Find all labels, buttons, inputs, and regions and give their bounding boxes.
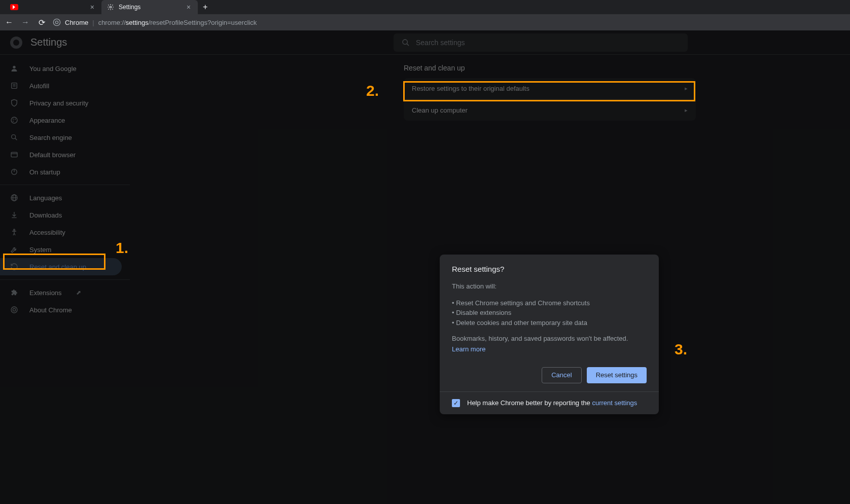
url-text: chrome://settings/resetProfileSettings?o… <box>98 19 257 26</box>
chevron-right-icon: ▸ <box>685 85 688 92</box>
wrench-icon <box>10 245 19 254</box>
sidebar-item-label: Downloads <box>29 211 62 219</box>
dialog-subtitle: This action will: <box>452 281 647 292</box>
cleanup-computer-row[interactable]: Clean up computer ▸ <box>404 99 696 121</box>
current-settings-link[interactable]: current settings <box>592 399 637 407</box>
chrome-icon <box>53 18 61 26</box>
sidebar-item-on-startup[interactable]: On startup <box>0 163 122 181</box>
sidebar-item-you-and-google[interactable]: You and Google <box>0 60 122 77</box>
download-icon <box>10 211 19 219</box>
sidebar-item-label: Extensions <box>29 289 62 297</box>
dialog-bullet: • Disable extensions <box>452 308 647 318</box>
access-icon <box>10 228 19 236</box>
sidebar-item-privacy-and-security[interactable]: Privacy and security <box>0 94 122 112</box>
sidebar-item-label: Default browser <box>29 151 76 159</box>
svg-point-3 <box>403 40 407 44</box>
cancel-button[interactable]: Cancel <box>542 367 581 383</box>
restore-icon <box>10 263 19 271</box>
sidebar-item-label: Languages <box>29 194 62 202</box>
annotation-2: 2. <box>366 82 379 99</box>
close-icon[interactable]: × <box>88 3 96 11</box>
sidebar-item-label: You and Google <box>29 65 77 73</box>
restore-defaults-row[interactable]: Restore settings to their original defau… <box>404 78 696 99</box>
sidebar-item-extensions[interactable]: Extensions⬈ <box>0 284 122 301</box>
puzzle-icon <box>10 289 19 297</box>
sidebar-item-system[interactable]: System <box>0 241 122 258</box>
report-checkbox[interactable]: ✓ <box>452 399 460 407</box>
dialog-title: Reset settings? <box>452 265 647 273</box>
annotation-3: 3. <box>675 341 687 358</box>
svg-line-4 <box>407 44 409 46</box>
reload-button[interactable]: ⟳ <box>37 18 47 27</box>
svg-point-5 <box>13 66 15 68</box>
forward-button[interactable]: → <box>20 18 30 27</box>
url-display[interactable]: Chrome | chrome://settings/resetProfileS… <box>53 18 846 26</box>
sidebar-item-label: Reset and clean up <box>29 263 86 271</box>
search-icon <box>402 39 410 47</box>
tab-title: Settings <box>119 4 140 11</box>
svg-point-22 <box>14 229 15 231</box>
tab-youtube[interactable]: × <box>5 0 101 14</box>
chrome-logo-icon <box>10 37 22 49</box>
dialog-actions: Cancel Reset settings <box>452 367 647 383</box>
svg-rect-15 <box>11 152 17 157</box>
sidebar-item-appearance[interactable]: Appearance <box>0 112 122 129</box>
svg-point-2 <box>55 21 58 23</box>
dialog-bullet-list: • Reset Chrome settings and Chrome short… <box>452 298 647 328</box>
sidebar-item-label: Search engine <box>29 134 72 141</box>
sidebar-item-languages[interactable]: Languages <box>0 189 122 206</box>
svg-point-12 <box>13 121 14 122</box>
svg-point-0 <box>110 6 112 8</box>
sidebar-item-accessibility[interactable]: Accessibility <box>0 224 122 241</box>
reset-settings-button[interactable]: Reset settings <box>587 367 647 383</box>
settings-card: Restore settings to their original defau… <box>404 78 696 121</box>
svg-point-11 <box>15 119 16 120</box>
browser-chrome: × Settings × + ← → ⟳ Chrome | chrome://s… <box>0 0 850 30</box>
new-tab-button[interactable]: + <box>198 3 213 12</box>
person-icon <box>10 64 19 73</box>
sidebar-divider <box>0 185 130 185</box>
sidebar-item-search-engine[interactable]: Search engine <box>0 129 122 146</box>
chevron-right-icon: ▸ <box>685 107 688 114</box>
sidebar-item-label: Autofill <box>29 82 49 90</box>
gear-icon <box>107 3 115 11</box>
sidebar-divider <box>0 279 130 280</box>
svg-point-1 <box>53 19 60 25</box>
search-icon <box>10 133 19 141</box>
sidebar-item-default-browser[interactable]: Default browser <box>0 146 122 163</box>
page-title: Settings <box>30 37 67 48</box>
settings-header: Settings Search settings <box>0 30 850 55</box>
sidebar-item-label: On startup <box>29 168 60 176</box>
scheme-label: Chrome <box>65 19 88 26</box>
palette-icon <box>10 116 19 124</box>
sidebar-item-downloads[interactable]: Downloads <box>0 206 122 224</box>
svg-line-14 <box>15 138 17 140</box>
row-label: Restore settings to their original defau… <box>412 85 529 92</box>
browser-icon <box>10 151 19 159</box>
svg-point-23 <box>11 307 17 313</box>
sidebar-item-about-chrome[interactable]: About Chrome <box>0 301 122 318</box>
settings-app: Settings Search settings You and GoogleA… <box>0 30 850 504</box>
external-link-icon: ⬈ <box>76 289 81 296</box>
sidebar: You and GoogleAutofillPrivacy and securi… <box>0 55 130 504</box>
reset-settings-dialog: Reset settings? This action will: • Rese… <box>440 255 659 414</box>
search-input[interactable]: Search settings <box>394 33 688 52</box>
chrome-icon <box>10 306 19 314</box>
tab-bar: × Settings × + <box>0 0 850 14</box>
youtube-icon <box>10 3 18 11</box>
sidebar-item-autofill[interactable]: Autofill <box>0 77 122 94</box>
sidebar-item-label: About Chrome <box>29 306 72 314</box>
back-button[interactable]: ← <box>4 18 14 27</box>
svg-point-10 <box>13 119 14 120</box>
close-icon[interactable]: × <box>185 3 193 11</box>
learn-more-link[interactable]: Learn more <box>452 345 485 353</box>
svg-point-9 <box>11 117 17 123</box>
tab-settings[interactable]: Settings × <box>101 0 198 14</box>
annotation-1: 1. <box>116 239 128 257</box>
sidebar-item-reset-and-clean-up[interactable]: Reset and clean up <box>0 258 122 275</box>
footer-text: Help make Chrome better by reporting the… <box>467 399 637 407</box>
section-title: Reset and clean up <box>404 64 850 72</box>
globe-icon <box>10 194 19 202</box>
sidebar-item-label: Appearance <box>29 117 65 124</box>
dialog-bullet: • Reset Chrome settings and Chrome short… <box>452 298 647 308</box>
